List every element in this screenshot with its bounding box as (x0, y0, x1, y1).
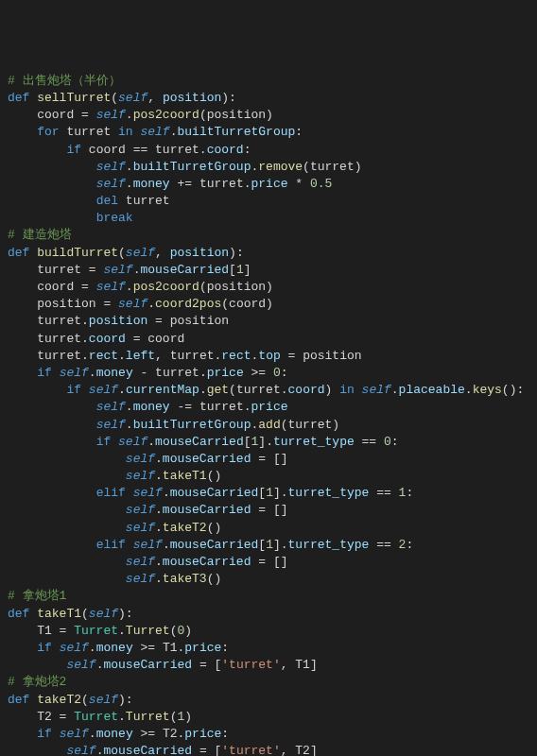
code-line[interactable]: break (8, 210, 529, 227)
code-line[interactable]: coord = self.pos2coord(position) (8, 107, 529, 124)
code-line[interactable]: turret = self.mouseCarried[1] (8, 262, 529, 279)
code-line[interactable]: self.builtTurretGroup.remove(turret) (8, 159, 529, 176)
code-line[interactable]: turret.coord = coord (8, 331, 529, 348)
code-line[interactable]: # 建造炮塔 (8, 227, 529, 244)
code-line[interactable]: def sellTurret(self, position): (8, 90, 529, 107)
code-line[interactable]: turret.rect.left, turret.rect.top = posi… (8, 348, 529, 365)
code-line[interactable]: T1 = Turret.Turret(0) (8, 623, 529, 640)
code-line[interactable]: for turret in self.builtTurretGroup: (8, 124, 529, 141)
code-line[interactable]: turret.position = position (8, 313, 529, 330)
code-line[interactable]: self.mouseCarried = [] (8, 451, 529, 468)
code-line[interactable]: def takeT2(self): (8, 692, 529, 709)
code-line[interactable]: def takeT1(self): (8, 606, 529, 623)
code-line[interactable]: self.mouseCarried = ['turret', T1] (8, 657, 529, 674)
code-line[interactable]: self.mouseCarried = [] (8, 554, 529, 571)
code-line[interactable]: if coord == turret.coord: (8, 142, 529, 159)
code-line[interactable]: if self.money >= T2.price: (8, 726, 529, 743)
code-line[interactable]: # 拿炮塔1 (8, 588, 529, 605)
code-line[interactable]: elif self.mouseCarried[1].turret_type ==… (8, 537, 529, 554)
code-line[interactable]: self.money -= turret.price (8, 399, 529, 416)
code-line[interactable]: self.mouseCarried = ['turret', T2] (8, 743, 529, 756)
code-editor[interactable]: # 出售炮塔（半价）def sellTurret(self, position)… (8, 73, 529, 756)
code-line[interactable]: if self.mouseCarried[1].turret_type == 0… (8, 434, 529, 451)
code-line[interactable]: T2 = Turret.Turret(1) (8, 709, 529, 726)
code-line[interactable]: if self.money - turret.price >= 0: (8, 365, 529, 382)
code-line[interactable]: self.takeT1() (8, 468, 529, 485)
code-line[interactable]: self.takeT3() (8, 571, 529, 588)
code-line[interactable]: coord = self.pos2coord(position) (8, 279, 529, 296)
code-line[interactable]: # 拿炮塔2 (8, 674, 529, 691)
code-line[interactable]: self.takeT2() (8, 520, 529, 537)
code-line[interactable]: position = self.coord2pos(coord) (8, 296, 529, 313)
code-line[interactable]: elif self.mouseCarried[1].turret_type ==… (8, 485, 529, 502)
code-line[interactable]: def buildTurret(self, position): (8, 245, 529, 262)
code-line[interactable]: self.mouseCarried = [] (8, 502, 529, 519)
code-line[interactable]: # 出售炮塔（半价） (8, 73, 529, 90)
code-line[interactable]: del turret (8, 193, 529, 210)
code-line[interactable]: if self.money >= T1.price: (8, 640, 529, 657)
code-line[interactable]: if self.currentMap.get(turret.coord) in … (8, 382, 529, 399)
code-line[interactable]: self.money += turret.price * 0.5 (8, 176, 529, 193)
code-line[interactable]: self.builtTurretGroup.add(turret) (8, 417, 529, 434)
